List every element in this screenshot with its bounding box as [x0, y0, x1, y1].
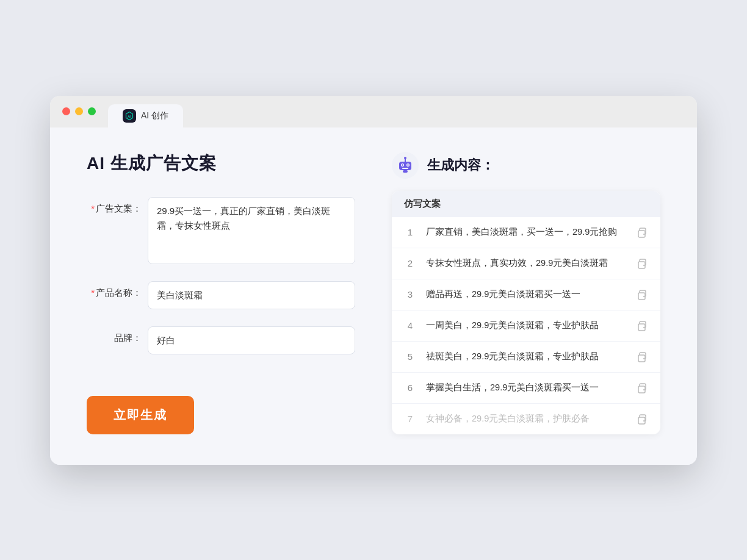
- row-text: 祛斑美白，29.9元美白淡斑霜，专业护肤品: [426, 350, 625, 364]
- svg-point-7: [402, 164, 403, 165]
- row-number: 2: [404, 258, 416, 268]
- results-container: 1 厂家直销，美白淡斑霜，买一送一，29.9元抢购 2 专抹女性斑点，真实功效，…: [392, 217, 660, 434]
- output-table: 仿写文案 1 厂家直销，美白淡斑霜，买一送一，29.9元抢购 2 专抹女性斑点，…: [392, 191, 660, 434]
- form-row-product-name: *产品名称：: [87, 281, 355, 309]
- copy-icon[interactable]: [635, 412, 648, 426]
- copy-icon[interactable]: [635, 226, 648, 239]
- row-text: 一周美白，29.9元美白淡斑霜，专业护肤品: [426, 319, 625, 332]
- browser-titlebar: AI AI 创作: [50, 96, 697, 127]
- copy-icon[interactable]: [635, 288, 648, 301]
- row-text: 厂家直销，美白淡斑霜，买一送一，29.9元抢购: [426, 226, 625, 239]
- table-row: 6 掌握美白生活，29.9元美白淡斑霜买一送一: [392, 373, 660, 404]
- row-number: 3: [404, 289, 416, 300]
- svg-rect-9: [402, 168, 408, 169]
- row-number: 7: [404, 414, 416, 424]
- copy-icon[interactable]: [635, 381, 648, 395]
- browser-tabs: AI AI 创作: [108, 104, 183, 127]
- svg-rect-10: [403, 170, 408, 173]
- table-row: 5 祛斑美白，29.9元美白淡斑霜，专业护肤品: [392, 342, 660, 373]
- tab-label: AI 创作: [141, 110, 168, 121]
- required-star-ad-copy: *: [91, 203, 95, 214]
- table-row: 3 赠品再送，29.9元美白淡斑霜买一送一: [392, 279, 660, 311]
- row-number: 5: [404, 351, 416, 362]
- output-header: 生成内容：: [392, 152, 660, 179]
- page-title: AI 生成广告文案: [87, 152, 355, 175]
- form-row-ad-copy: *广告文案： 29.9买一送一，真正的厂家直销，美白淡斑霜，专抹女性斑点: [87, 197, 355, 264]
- generate-button[interactable]: 立即生成: [87, 396, 194, 434]
- tab-ai-create[interactable]: AI AI 创作: [108, 104, 183, 127]
- row-text: 专抹女性斑点，真实功效，29.9元美白淡斑霜: [426, 257, 625, 270]
- row-number: 1: [404, 227, 416, 237]
- copy-icon[interactable]: [635, 350, 648, 364]
- required-star-product: *: [91, 287, 95, 298]
- product-name-input[interactable]: [148, 281, 355, 309]
- ad-copy-label: *广告文案：: [87, 197, 142, 215]
- product-name-label: *产品名称：: [87, 281, 142, 299]
- svg-point-8: [407, 164, 408, 165]
- svg-text:AI: AI: [128, 115, 131, 118]
- row-text: 赠品再送，29.9元美白淡斑霜买一送一: [426, 288, 625, 301]
- output-title: 生成内容：: [427, 156, 494, 174]
- row-text: 女神必备，29.9元美白淡斑霜，护肤必备: [426, 412, 625, 426]
- browser-content: AI 生成广告文案 *广告文案： 29.9买一送一，真正的厂家直销，美白淡斑霜，…: [50, 127, 697, 465]
- right-panel: 生成内容： 仿写文案 1 厂家直销，美白淡斑霜，买一送一，29.9元抢购 2 专…: [392, 152, 660, 434]
- brand-input[interactable]: [148, 326, 355, 354]
- table-row: 1 厂家直销，美白淡斑霜，买一送一，29.9元抢购: [392, 217, 660, 248]
- form-row-brand: 品牌：: [87, 326, 355, 354]
- copy-icon[interactable]: [635, 319, 648, 332]
- table-row: 4 一周美白，29.9元美白淡斑霜，专业护肤品: [392, 311, 660, 342]
- minimize-button[interactable]: [75, 107, 83, 115]
- ai-tab-icon: AI: [123, 109, 136, 123]
- row-number: 4: [404, 320, 416, 331]
- browser-window: AI AI 创作 AI 生成广告文案 *广告文案： 29.9买一送一，真正的厂家…: [50, 96, 697, 465]
- main-layout: AI 生成广告文案 *广告文案： 29.9买一送一，真正的厂家直销，美白淡斑霜，…: [87, 152, 660, 434]
- copy-icon[interactable]: [635, 257, 648, 270]
- traffic-lights: [62, 107, 96, 124]
- robot-icon: [392, 152, 419, 179]
- table-row: 7 女神必备，29.9元美白淡斑霜，护肤必备: [392, 404, 660, 434]
- ad-copy-input[interactable]: 29.9买一送一，真正的厂家直销，美白淡斑霜，专抹女性斑点: [148, 197, 355, 264]
- close-button[interactable]: [62, 107, 70, 115]
- brand-label: 品牌：: [87, 326, 142, 344]
- row-text: 掌握美白生活，29.9元美白淡斑霜买一送一: [426, 381, 625, 395]
- maximize-button[interactable]: [88, 107, 96, 115]
- table-header: 仿写文案: [392, 191, 660, 217]
- row-number: 6: [404, 382, 416, 393]
- svg-point-4: [404, 157, 406, 159]
- table-row: 2 专抹女性斑点，真实功效，29.9元美白淡斑霜: [392, 248, 660, 279]
- left-panel: AI 生成广告文案 *广告文案： 29.9买一送一，真正的厂家直销，美白淡斑霜，…: [87, 152, 355, 434]
